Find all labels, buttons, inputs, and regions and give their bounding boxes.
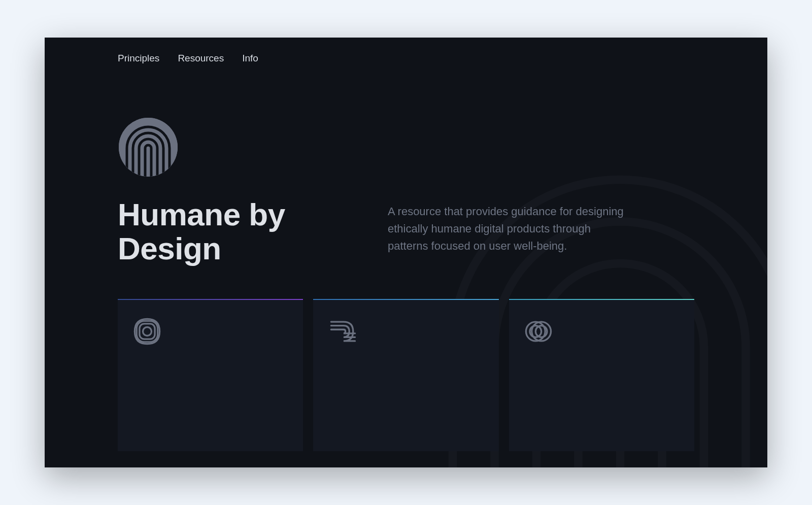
svg-rect-4 — [140, 324, 155, 339]
knot-icon — [130, 314, 164, 349]
nav-link-resources[interactable]: Resources — [178, 53, 224, 64]
principle-card[interactable] — [313, 299, 498, 451]
principle-card[interactable] — [509, 299, 694, 451]
hero-title: Humane by Design — [118, 198, 351, 266]
svg-point-6 — [143, 327, 152, 336]
main-nav: Principles Resources Info — [118, 53, 258, 64]
hero-description: A resource that provides guidance for de… — [388, 203, 631, 255]
hero-row: Humane by Design A resource that provide… — [118, 198, 737, 266]
card-accent-bar — [118, 299, 303, 300]
page-frame: Principles Resources Info Humane by Desi… — [45, 38, 767, 467]
hero-section: Humane by Design A resource that provide… — [118, 117, 737, 266]
nav-link-info[interactable]: Info — [242, 53, 258, 64]
wave-icon — [325, 314, 360, 349]
principle-cards — [118, 299, 694, 451]
principle-card[interactable] — [118, 299, 303, 451]
logo-arch-icon — [118, 117, 179, 178]
card-accent-bar — [313, 299, 498, 300]
nav-link-principles[interactable]: Principles — [118, 53, 159, 64]
card-accent-bar — [509, 299, 694, 300]
interlock-icon — [521, 314, 556, 349]
